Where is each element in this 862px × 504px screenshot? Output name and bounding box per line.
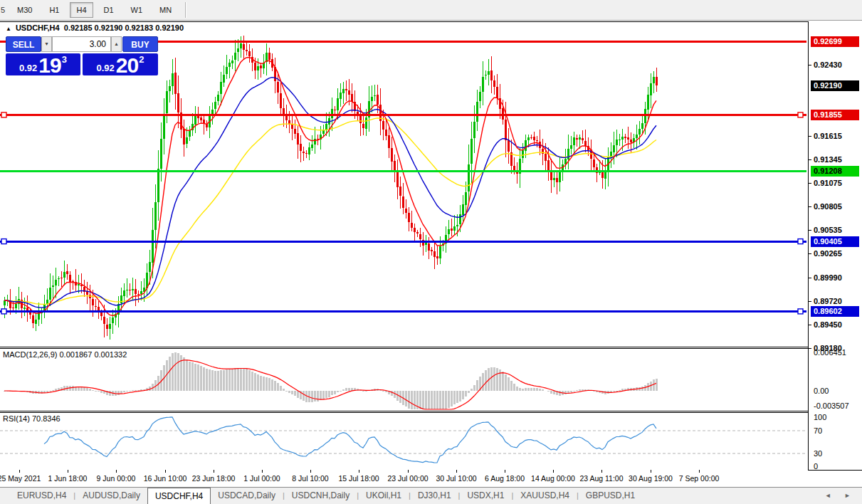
timeframe-button-h1[interactable]: H1 <box>43 2 65 18</box>
price-axis-label: 0.90805 <box>814 201 842 211</box>
buy-button[interactable]: BUY <box>122 36 158 52</box>
timeframe-button-mn[interactable]: MN <box>153 2 178 18</box>
chart-ohlc-values: 0.92185 0.92190 0.92183 0.92190 <box>64 23 184 32</box>
price-axis-label: 0.91345 <box>814 154 842 164</box>
rsi-panel[interactable] <box>0 413 808 470</box>
time-axis-label: 6 Aug 18:00 <box>485 474 525 483</box>
macd-axis-label: 0.006451 <box>814 348 846 357</box>
price-badge-black: 0.92190 <box>811 80 859 91</box>
line-handle <box>1 112 6 117</box>
volume-input[interactable]: 3.00 <box>52 36 111 52</box>
time-tick-mark <box>699 470 700 473</box>
chart-tab-usdcnh-daily[interactable]: USDCNH,Daily <box>285 488 357 504</box>
time-axis-label: 1 Jul 00:00 <box>243 474 280 483</box>
chart-tab-usdchf-h4[interactable]: USDCHF,H4 <box>147 488 211 504</box>
time-tick-mark <box>505 470 505 473</box>
time-axis[interactable]: 25 May 20211 Jun 18:009 Jun 00:0016 Jun … <box>0 470 808 487</box>
time-tick-mark <box>310 470 311 473</box>
tab-scroll-arrows[interactable]: ◄ ► <box>825 488 856 504</box>
time-tick-mark <box>456 470 457 473</box>
time-axis-label: 14 Aug 00:00 <box>531 474 575 483</box>
volume-decrease-button[interactable]: ▾ <box>41 36 52 52</box>
price-badge-red: 0.92699 <box>811 36 859 47</box>
chart-tab-dj30-h1[interactable]: DJ30,H1 <box>411 488 458 504</box>
rsi-indicator-label: RSI(14) 70.8346 <box>3 414 61 423</box>
chart-tab-usdx-h1[interactable]: USDX,H1 <box>460 488 511 504</box>
time-tick-mark <box>165 470 166 473</box>
toolbar-separator <box>185 2 186 18</box>
collapse-triangle-icon[interactable]: ▲ <box>6 26 11 32</box>
time-axis-label: 8 Jul 10:00 <box>292 474 328 483</box>
chart-tab-xauusd-h4[interactable]: XAUUSD,H4 <box>513 488 577 504</box>
ask-prefix: 0.92 <box>97 63 115 73</box>
macd-indicator-label: MACD(12,26,9) 0.001867 0.001332 <box>3 350 127 359</box>
timeframe-button-d1[interactable]: D1 <box>98 2 120 18</box>
timeframe-partial[interactable]: 5 <box>1 6 6 14</box>
price-axis-label: 0.91075 <box>814 178 842 188</box>
chart-title: ▲USDCHF,H4 0.92185 0.92190 0.92183 0.921… <box>6 23 184 32</box>
axis-tick-mark <box>809 230 811 231</box>
time-tick-mark <box>116 470 117 473</box>
moving-average-24 <box>4 78 656 308</box>
axis-tick-mark <box>809 183 811 184</box>
sell-button[interactable]: SELL <box>6 36 41 52</box>
timeframe-toolbar: 5 M30H1H4D1W1MN <box>0 0 862 21</box>
rsi-axis-label: 70 <box>814 426 822 436</box>
volume-increase-button[interactable]: ▴ <box>111 36 122 52</box>
time-axis-label: 15 Jul 18:00 <box>338 474 379 483</box>
time-axis-label: 23 Jul 00:00 <box>387 474 428 483</box>
time-axis-label: 25 May 2021 <box>0 474 41 483</box>
line-handle <box>798 239 803 244</box>
line-handle <box>1 309 6 314</box>
time-tick-mark <box>19 470 20 473</box>
timeframe-button-w1[interactable]: W1 <box>125 2 149 18</box>
time-tick-mark <box>553 470 554 473</box>
price-badge-red: 0.91855 <box>811 110 859 120</box>
ask-pip-digit: 2 <box>139 54 144 65</box>
time-axis-label: 30 Aug 19:00 <box>629 474 673 483</box>
chart-tab-eurusd-h4[interactable]: EURUSD,H4 <box>10 488 73 504</box>
one-click-trading-panel: SELL ▾ 3.00 ▴ BUY 0.92 19 3 0.92 20 2 <box>6 36 158 75</box>
trade-controls-row: SELL ▾ 3.00 ▴ BUY <box>6 36 158 52</box>
rsi-axis-label: 30 <box>814 449 822 458</box>
time-axis-label: 23 Aug 11:00 <box>579 474 623 483</box>
price-axis-label: 0.90535 <box>814 225 842 235</box>
ask-price-box[interactable]: 0.92 20 2 <box>83 53 158 75</box>
axis-tick-mark <box>809 325 811 325</box>
moving-average-55 <box>4 118 656 305</box>
timeframe-button-m30[interactable]: M30 <box>11 2 38 18</box>
time-tick-mark <box>262 470 263 473</box>
time-axis-label: 9 Jun 00:00 <box>97 474 136 483</box>
time-tick-mark <box>601 470 602 473</box>
line-handle <box>798 309 803 314</box>
axis-tick-mark <box>809 301 811 302</box>
time-axis-label: 1 Jun 18:00 <box>48 474 88 483</box>
time-axis-label: 16 Jun 10:00 <box>144 474 187 483</box>
price-axis[interactable]: 0.926990.924300.921900.918550.916150.913… <box>808 21 862 470</box>
price-badge-green: 0.91208 <box>811 166 859 177</box>
axis-tick-mark <box>809 136 811 137</box>
time-tick-mark <box>408 470 409 473</box>
price-axis-label: 0.92430 <box>814 60 842 70</box>
axis-tick-mark <box>809 159 811 160</box>
price-badge-blue: 0.90405 <box>811 236 859 247</box>
chart-tab-gbpusd-h1[interactable]: GBPUSD,H1 <box>579 488 642 504</box>
rsi-line <box>44 417 656 463</box>
time-tick-mark <box>68 470 68 473</box>
chart-tab-bar: EURUSD,H4|AUDUSD,DailyUSDCHF,H4USDCAD,Da… <box>0 487 862 504</box>
rsi-axis-label: 0 <box>814 462 818 471</box>
timeframe-button-h4[interactable]: H4 <box>70 2 93 18</box>
chart-tab-audusd-daily[interactable]: AUDUSD,Daily <box>75 488 147 504</box>
line-handle <box>798 112 803 117</box>
price-badge-blue: 0.89602 <box>811 306 859 317</box>
chart-tab-ukoil-h1[interactable]: UKOil,H1 <box>359 488 409 504</box>
bid-big-digits: 19 <box>38 56 61 75</box>
bid-price-box[interactable]: 0.92 19 3 <box>6 53 80 75</box>
time-axis-label: 7 Sep 00:00 <box>679 474 720 483</box>
chart-tab-usdcad-daily[interactable]: USDCAD,Daily <box>211 488 283 504</box>
macd-rsi-separator <box>0 411 808 411</box>
price-axis-label: 0.91615 <box>814 131 842 141</box>
price-axis-label: 0.89450 <box>814 320 842 330</box>
price-axis-label: 0.89720 <box>814 296 842 306</box>
axis-tick-mark <box>809 206 811 207</box>
